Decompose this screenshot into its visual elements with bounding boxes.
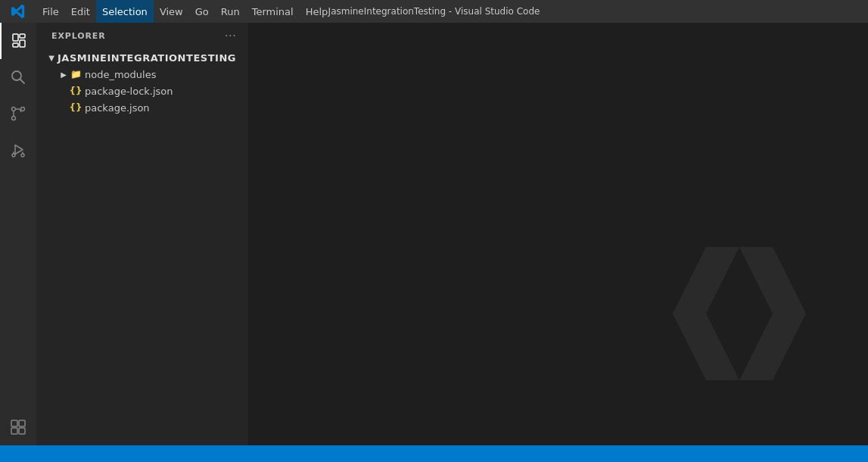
sidebar-header-actions: ··· — [222, 27, 239, 45]
editor-area[interactable] — [248, 23, 868, 445]
titlebar: File Edit Selection View Go Run Terminal… — [0, 0, 868, 23]
svg-rect-1 — [20, 34, 25, 38]
vscode-watermark — [656, 230, 823, 400]
svg-point-8 — [21, 108, 25, 111]
node-modules-label: node_modules — [85, 69, 156, 80]
sidebar-more-actions[interactable]: ··· — [222, 27, 239, 45]
package-json-item[interactable]: {} package.json — [36, 99, 248, 116]
folder-icon: 📁 — [70, 68, 82, 80]
svg-rect-3 — [13, 43, 18, 47]
explorer-label: EXPLORER — [51, 31, 106, 41]
json-icon-1: {} — [70, 85, 82, 97]
menu-run[interactable]: Run — [215, 0, 246, 23]
root-folder-arrow: ▼ — [45, 52, 58, 64]
svg-rect-0 — [13, 34, 18, 41]
package-json-label: package.json — [85, 102, 150, 114]
package-lock-json-item[interactable]: {} package-lock.json — [36, 83, 248, 99]
file-tree: ▼ JASMINEINTEGRATIONTESTING ▶ 📁 node_mod… — [36, 49, 248, 445]
activity-bar — [0, 23, 36, 445]
root-folder-item[interactable]: ▼ JASMINEINTEGRATIONTESTING — [36, 49, 248, 66]
menu-bar: File Edit Selection View Go Run Terminal… — [36, 0, 868, 23]
json-icon-2: {} — [70, 101, 82, 114]
sidebar-header: EXPLORER ··· — [36, 23, 248, 49]
svg-rect-2 — [20, 40, 25, 47]
svg-marker-18 — [739, 247, 806, 380]
activity-extensions[interactable] — [0, 409, 36, 445]
menu-view[interactable]: View — [154, 0, 189, 23]
menu-help[interactable]: Help — [300, 0, 334, 23]
package-lock-json-label: package-lock.json — [85, 86, 173, 97]
activity-source-control[interactable] — [0, 95, 36, 132]
svg-rect-15 — [11, 428, 17, 434]
no-arrow-2 — [58, 101, 70, 114]
activity-explorer[interactable] — [0, 23, 36, 59]
svg-rect-13 — [11, 420, 17, 426]
menu-terminal[interactable]: Terminal — [246, 0, 300, 23]
activity-run-debug[interactable] — [0, 132, 36, 168]
sidebar: EXPLORER ··· ▼ JASMINEINTEGRATIONTESTING… — [36, 23, 248, 445]
svg-rect-14 — [19, 420, 25, 426]
node-modules-arrow: ▶ — [58, 68, 70, 80]
no-arrow-1 — [58, 85, 70, 97]
vscode-logo — [0, 4, 36, 19]
menu-selection[interactable]: Selection — [96, 0, 154, 23]
menu-go[interactable]: Go — [189, 0, 215, 23]
svg-line-5 — [20, 80, 25, 84]
activity-search[interactable] — [0, 59, 36, 95]
root-folder-label: JASMINEINTEGRATIONTESTING — [58, 52, 236, 64]
node-modules-item[interactable]: ▶ 📁 node_modules — [36, 66, 248, 83]
svg-rect-16 — [19, 428, 25, 434]
svg-marker-17 — [673, 247, 739, 380]
statusbar — [0, 445, 868, 462]
main-content: EXPLORER ··· ▼ JASMINEINTEGRATIONTESTING… — [0, 23, 868, 445]
menu-file[interactable]: File — [36, 0, 65, 23]
menu-edit[interactable]: Edit — [65, 0, 96, 23]
